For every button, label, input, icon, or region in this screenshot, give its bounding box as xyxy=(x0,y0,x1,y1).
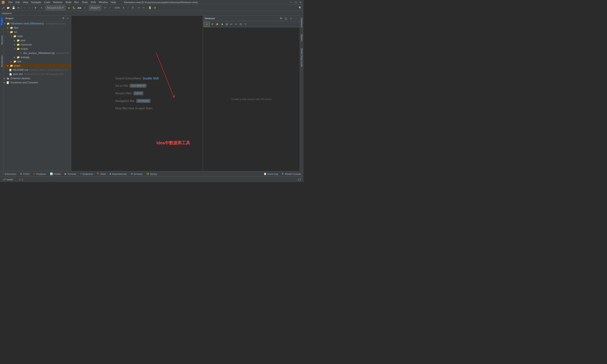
md-file-icon: 📝 xyxy=(9,68,12,72)
db-add-datasource-btn[interactable]: + xyxy=(204,22,210,27)
tab-jrebel-console[interactable]: ⚙ JRebel Console xyxy=(280,172,303,176)
tree-root[interactable]: ▼ 📁 56between-otwb [56between] D:\Projec… xyxy=(4,22,71,26)
menu-tools[interactable]: Tools xyxy=(80,0,89,4)
toolbar-save-icon[interactable]: 💾 xyxy=(11,5,16,10)
tree-main[interactable]: ▼ 📁 main xyxy=(4,34,71,38)
svn-history-button[interactable]: ⏱ xyxy=(131,5,135,10)
db-close-btn[interactable]: – xyxy=(294,16,298,20)
toolbar-check-icon[interactable]: ✓ xyxy=(108,5,112,10)
menu-edit[interactable]: Edit xyxy=(14,0,21,4)
menu-view[interactable]: View xyxy=(22,0,29,4)
tab-structure[interactable]: Structure xyxy=(0,34,4,46)
db-schema-btn[interactable]: ⚡ xyxy=(215,22,220,27)
undo-button[interactable]: ↩ xyxy=(137,5,141,10)
tree-java[interactable]: ▶ 📁 java xyxy=(4,38,71,42)
left-edge-tabs: Project Structure Bookmarks xyxy=(0,16,4,171)
tab-terminal[interactable]: ▶ Terminal xyxy=(63,172,78,176)
tab-endpoints[interactable]: ↗ Endpoints xyxy=(78,172,95,176)
tree-scratches[interactable]: ▶ 📝 Scratches and Consoles xyxy=(4,80,71,85)
toolbar-shield-icon[interactable]: 🛡 xyxy=(103,5,107,10)
db-edit-btn[interactable]: ✏ xyxy=(229,22,234,27)
tab-bookmarks[interactable]: Bookmarks xyxy=(0,54,4,68)
menu-code[interactable]: Code xyxy=(43,0,52,4)
toolbar-sync-icon[interactable]: ↻ xyxy=(16,5,21,10)
jrebel-dropdown[interactable]: JRebel ▾ xyxy=(89,5,101,10)
search-everywhere-btn[interactable]: 🔍 xyxy=(298,5,303,10)
status-vcs[interactable]: ⎇ master xyxy=(2,178,14,181)
db-refresh-btn[interactable]: ↺ xyxy=(210,22,214,27)
redo-button[interactable]: ↪ xyxy=(141,5,146,10)
tree-test[interactable]: ▶ 📁 test xyxy=(4,59,71,64)
menu-help[interactable]: Help xyxy=(109,0,117,4)
tab-todo[interactable]: ☰ TODO xyxy=(18,172,31,176)
tab-spring[interactable]: 🌿 Spring xyxy=(145,172,158,176)
db-filter-btn[interactable]: ▽ xyxy=(243,22,247,27)
tomcat-dropdown[interactable]: Tomcat 8.5.81 ▾ xyxy=(46,5,65,10)
tab-problems[interactable]: ⚠ Problems xyxy=(32,172,48,176)
toolbar-vcs2-icon[interactable]: ⬆ xyxy=(33,5,38,10)
toolbar-back-icon[interactable]: ← xyxy=(23,5,27,10)
db-view-btn[interactable]: ⊡ xyxy=(238,22,243,27)
db-expand-btn[interactable]: ◫ xyxy=(284,16,288,20)
tree-scripts[interactable]: ▼ 📁 scripts xyxy=(4,47,71,51)
profiler-label: Profiler xyxy=(54,173,61,175)
problems-label: Problems xyxy=(36,173,46,175)
menu-run[interactable]: Run xyxy=(73,0,80,4)
toolbar-forward-icon[interactable]: → xyxy=(27,5,31,10)
sidebar-close-btn[interactable]: × xyxy=(66,17,69,20)
db-options-btn[interactable]: ≡ xyxy=(289,16,293,20)
test-folder-icon: 📁 xyxy=(13,60,16,63)
menu-build[interactable]: Build xyxy=(64,0,73,4)
sidebar-settings-btn[interactable]: ⚙ xyxy=(62,17,65,20)
toolbar-breadcrumb-icon[interactable]: ≡ xyxy=(40,5,44,10)
webapp-folder-icon: 📁 xyxy=(16,56,20,59)
run-coverage-button[interactable]: ▶▶ xyxy=(77,5,82,10)
run-button[interactable]: ▶ xyxy=(67,5,71,10)
power-save-icon[interactable]: 🔋 xyxy=(147,5,152,10)
db-table-btn[interactable]: ⊞ xyxy=(225,22,229,27)
tree-main-label: main xyxy=(17,35,23,38)
tab-project[interactable]: Project xyxy=(0,16,4,26)
status-warning[interactable]: ⚠ 1 xyxy=(18,178,24,181)
tree-pom[interactable]: 📄 pom.xml 2023/3/16 15:14, 14.27 kB Yest… xyxy=(4,72,71,76)
svn-commit-button[interactable]: ✓ xyxy=(126,5,130,10)
tree-ext-libs[interactable]: ▶ 📚 External Libraries xyxy=(4,76,71,80)
tab-event-log[interactable]: 📋 Event Log xyxy=(262,172,280,176)
settings-icon[interactable]: ⚙ xyxy=(153,5,157,10)
toolbar-vcs-icon[interactable]: ⎇ xyxy=(1,5,5,10)
minimize-button[interactable]: – xyxy=(290,1,292,4)
tree-webapp[interactable]: ▶ 📁 webapp xyxy=(4,55,71,59)
menu-window[interactable]: Window xyxy=(98,0,109,4)
menu-refactor[interactable]: Refactor xyxy=(52,0,64,4)
toolbar-open-icon[interactable]: 📂 xyxy=(6,5,11,10)
tree-arrow-java: ▶ xyxy=(14,39,16,41)
tree-files[interactable]: ▶ 📁 files xyxy=(4,26,71,30)
tab-profiler[interactable]: 📊 Profiler xyxy=(48,172,63,176)
menu-file[interactable]: File xyxy=(7,0,14,4)
right-tab-jrebel[interactable]: JRebel Setup Guide xyxy=(300,47,303,68)
stop-button[interactable]: ■ xyxy=(83,5,87,10)
build-icon: 🔨 xyxy=(97,172,100,175)
status-position[interactable]: 1:1 xyxy=(297,178,302,181)
db-cut-btn[interactable]: ✂ xyxy=(234,22,238,27)
debug-button[interactable]: 🐛 xyxy=(72,5,77,10)
search-icon[interactable]: 🔍 xyxy=(298,5,303,10)
tree-resources[interactable]: ▶ 📁 resources xyxy=(4,42,71,47)
tab-build[interactable]: 🔨 Build xyxy=(95,172,107,176)
tree-src[interactable]: ▼ 📁 src xyxy=(4,30,71,34)
menu-navigate[interactable]: Navigate xyxy=(30,0,42,4)
close-button[interactable]: × xyxy=(299,1,302,4)
right-tab-database[interactable]: Database xyxy=(300,16,304,29)
tree-readme[interactable]: 📝 README.md 2023/3/13 18:42, 1.22 kB 202… xyxy=(4,68,71,72)
db-settings-btn[interactable]: ⚙ xyxy=(279,16,283,20)
maximize-button[interactable]: □ xyxy=(294,1,297,4)
tree-target[interactable]: ▶ 📁 target xyxy=(4,64,71,68)
tab-dependencies[interactable]: ◈ Dependencies xyxy=(108,172,128,176)
db-stop-btn[interactable]: ■ xyxy=(220,22,224,27)
menu-svn[interactable]: SVN xyxy=(89,0,97,4)
tab-subversion[interactable]: ↕ Subversion xyxy=(1,172,18,176)
svn-update-button[interactable]: ⬇ xyxy=(121,5,126,10)
tab-services[interactable]: ⚙ Services xyxy=(129,172,144,176)
right-tab-maven[interactable]: Maven xyxy=(300,33,304,42)
tree-sql-file[interactable]: 🗒 dev_yunyou_56between.sql 2023/3/15 18: xyxy=(4,51,71,55)
